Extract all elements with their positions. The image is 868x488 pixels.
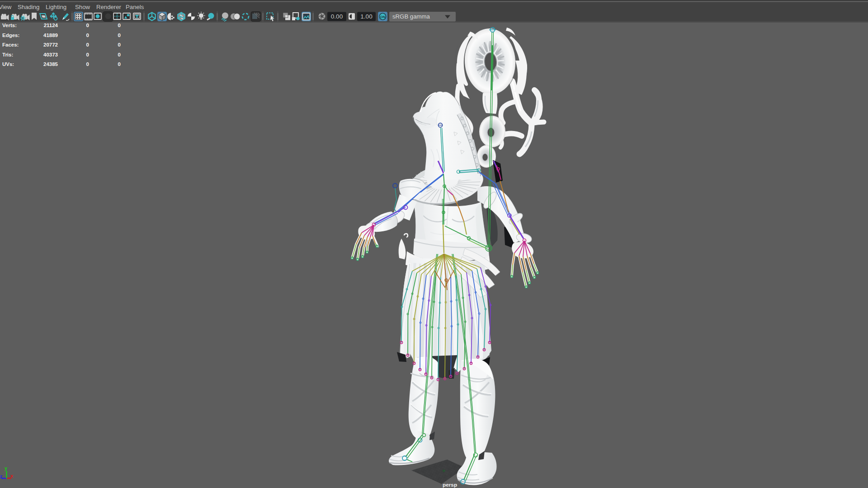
svg-text:Faces:: Faces:	[2, 42, 19, 47]
svg-text:Panels: Panels	[126, 4, 144, 10]
svg-text:y: y	[5, 465, 8, 471]
svg-text:x: x	[10, 473, 14, 479]
svg-text:41889: 41889	[43, 33, 58, 38]
svg-text:z: z	[0, 474, 3, 479]
svg-text:20772: 20772	[43, 42, 58, 47]
svg-text:40373: 40373	[43, 52, 58, 57]
svg-text:0: 0	[86, 61, 89, 67]
svg-text:0: 0	[86, 23, 89, 28]
svg-text:Lighting: Lighting	[46, 4, 66, 10]
svg-text:0: 0	[118, 61, 121, 67]
svg-text:0: 0	[118, 23, 121, 28]
svg-text:21124: 21124	[44, 23, 58, 28]
svg-text:0: 0	[118, 52, 121, 57]
svg-text:0.00: 0.00	[331, 13, 343, 20]
svg-text:Verts:: Verts:	[2, 23, 17, 28]
svg-text:persp: persp	[443, 482, 457, 488]
svg-text:Tris:: Tris:	[2, 52, 13, 57]
svg-text:0: 0	[86, 33, 89, 38]
svg-text:Show: Show	[75, 4, 90, 10]
svg-text:0: 0	[118, 42, 121, 47]
svg-text:sRGB gamma: sRGB gamma	[392, 13, 430, 20]
svg-text:Edges:: Edges:	[2, 33, 19, 38]
svg-text:0: 0	[118, 33, 121, 38]
svg-text:Shading: Shading	[18, 4, 39, 10]
svg-text:24385: 24385	[43, 61, 58, 67]
svg-text:UVs:: UVs:	[2, 61, 14, 67]
svg-text:View: View	[0, 4, 12, 10]
svg-text:0: 0	[86, 52, 89, 57]
svg-text:0: 0	[86, 42, 89, 47]
svg-text:1.00: 1.00	[360, 13, 372, 20]
svg-text:Renderer: Renderer	[96, 4, 122, 10]
svg-text:ON: ON	[380, 15, 385, 19]
